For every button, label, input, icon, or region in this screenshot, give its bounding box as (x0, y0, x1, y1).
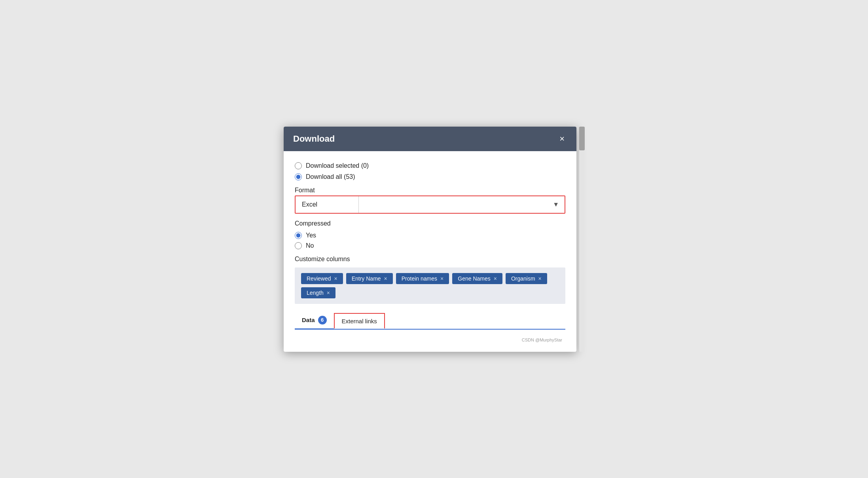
tag-reviewed: Reviewed × (301, 273, 343, 284)
close-button[interactable]: × (557, 134, 567, 144)
format-select-wrapper[interactable]: Excel ▼ (295, 195, 565, 214)
tag-gene-names-label: Gene Names (458, 275, 490, 282)
download-selected-option[interactable]: Download selected (0) (295, 162, 565, 169)
watermark: CSDN @MurphyStar (295, 336, 565, 344)
tag-entry-name: Entry Name × (346, 273, 393, 284)
tabs-row: Data 6 External links (295, 312, 565, 330)
tab-data[interactable]: Data 6 (295, 312, 334, 330)
compressed-no-option[interactable]: No (295, 242, 565, 249)
compressed-label: Compressed (295, 220, 565, 227)
tag-reviewed-label: Reviewed (307, 275, 331, 282)
compressed-section: Compressed Yes No (295, 220, 565, 249)
modal-title: Download (293, 134, 335, 144)
columns-tags-area: Reviewed × Entry Name × Protein names × … (295, 267, 565, 304)
customize-columns-label: Customize columns (295, 256, 565, 263)
tag-length: Length × (301, 287, 335, 298)
modal-body: Download selected (0) Download all (53) … (284, 151, 576, 352)
format-section: Format Excel ▼ (295, 187, 565, 214)
tag-gene-names: Gene Names × (452, 273, 502, 284)
download-type-group: Download selected (0) Download all (53) (295, 162, 565, 180)
compressed-yes-label: Yes (306, 232, 316, 239)
modal-header: Download × (284, 127, 576, 151)
compressed-no-label: No (306, 242, 314, 249)
tag-organism-label: Organism (511, 275, 535, 282)
tag-length-label: Length (307, 290, 324, 296)
compressed-radio-group: Yes No (295, 232, 565, 249)
compressed-yes-option[interactable]: Yes (295, 232, 565, 239)
download-all-option[interactable]: Download all (53) (295, 173, 565, 180)
tag-entry-name-remove[interactable]: × (384, 276, 387, 281)
download-selected-radio[interactable] (295, 162, 302, 169)
scrollbar-thumb[interactable] (579, 127, 585, 150)
tag-gene-names-remove[interactable]: × (494, 276, 497, 281)
tag-organism-remove[interactable]: × (538, 276, 542, 281)
format-value: Excel (296, 196, 359, 213)
download-all-radio[interactable] (295, 173, 302, 180)
tag-entry-name-label: Entry Name (352, 275, 381, 282)
compressed-no-radio[interactable] (295, 242, 302, 249)
tab-external-links[interactable]: External links (334, 313, 385, 328)
tab-data-badge: 6 (318, 316, 327, 324)
compressed-yes-radio[interactable] (295, 232, 302, 239)
tag-length-remove[interactable]: × (327, 290, 330, 296)
tag-protein-names-remove[interactable]: × (440, 276, 443, 281)
tag-reviewed-remove[interactable]: × (334, 276, 337, 281)
download-modal: Download × Download selected (0) Downloa… (284, 127, 576, 352)
chevron-down-icon: ▼ (553, 201, 559, 208)
scrollbar-track (579, 127, 584, 352)
format-label: Format (295, 187, 565, 194)
download-all-label: Download all (53) (306, 173, 355, 180)
tab-external-links-label: External links (342, 318, 377, 324)
download-selected-label: Download selected (0) (306, 162, 369, 169)
modal-outer: Download × Download selected (0) Downloa… (284, 127, 584, 352)
tag-protein-names: Protein names × (396, 273, 449, 284)
customize-columns-section: Customize columns Reviewed × Entry Name … (295, 256, 565, 304)
tab-data-label: Data (302, 317, 315, 323)
tag-protein-names-label: Protein names (402, 275, 437, 282)
tag-organism: Organism × (506, 273, 547, 284)
